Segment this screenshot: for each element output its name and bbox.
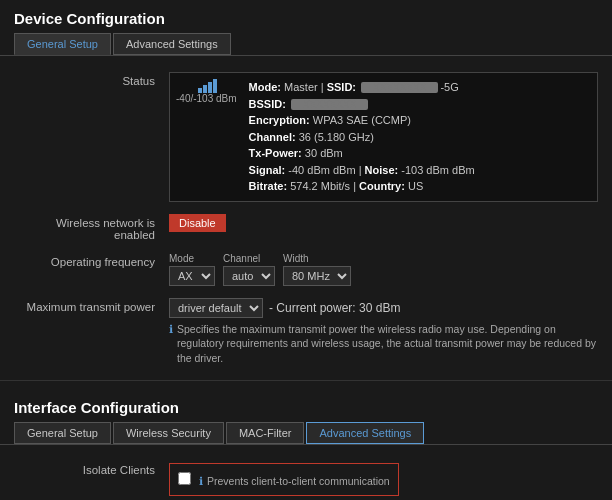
bitrate-country-row: Bitrate: 574.2 Mbit/s | Country: US [249, 180, 424, 192]
isolate-clients-control: ℹ Prevents client-to-client communicatio… [169, 461, 598, 498]
info-icon: ℹ [169, 322, 173, 337]
bssid-row: BSSID: XXXXXXXX [249, 98, 371, 110]
txpower-row: Tx-Power: 30 dBm [249, 147, 343, 159]
transmit-row: driver default 10 dBm 20 dBm 30 dBm - Cu… [169, 298, 598, 318]
status-info: Mode: Master | SSID: XXXXXXXX-5G BSSID: … [249, 79, 475, 195]
isolate-info-icon: ℹ [199, 474, 203, 489]
status-control: -40/-103 dBm Mode: Master | SSID: XXXXXX… [169, 72, 598, 202]
status-label: Status [14, 72, 169, 87]
isolate-row: ℹ Prevents client-to-client communicatio… [178, 470, 390, 489]
device-config-tabs: General Setup Advanced Settings [0, 33, 612, 56]
bssid-redacted: XXXXXXXX [291, 99, 368, 110]
status-row: Status -40/-103 dBm Mode: Master | SSID:… [0, 66, 612, 208]
tab-general-setup[interactable]: General Setup [14, 33, 111, 55]
ssid-redacted: XXXXXXXX [361, 82, 438, 93]
width-group: Width 80 MHz 40 MHz 20 MHz [283, 253, 351, 286]
tab-mac-filter[interactable]: MAC-Filter [226, 422, 305, 444]
current-power: - Current power: 30 dBm [269, 301, 400, 315]
wireless-label: Wireless network is enabled [14, 214, 169, 241]
freq-row: Mode AX AC N Channel auto 36 40 [169, 253, 598, 286]
channel-col-label: Channel [223, 253, 275, 264]
encryption-row: Encryption: WPA3 SAE (CCMP) [249, 114, 411, 126]
wireless-enabled-row: Wireless network is enabled Disable [0, 208, 612, 247]
interface-config-title: Interface Configuration [0, 389, 612, 422]
channel-row: Channel: 36 (5.180 GHz) [249, 131, 374, 143]
width-col-label: Width [283, 253, 351, 264]
max-transmit-control: driver default 10 dBm 20 dBm 30 dBm - Cu… [169, 298, 598, 366]
interface-tabs: General Setup Wireless Security MAC-Filt… [0, 422, 612, 445]
tab-general-setup-if[interactable]: General Setup [14, 422, 111, 444]
interface-config-section: Interface Configuration General Setup Wi… [0, 389, 612, 500]
tab-advanced-settings-if[interactable]: Advanced Settings [306, 422, 424, 444]
isolate-clients-row: Isolate Clients ℹ Prevents client-to-cli… [0, 455, 612, 500]
ssid-label: | SSID: XXXXXXXX-5G [321, 81, 459, 93]
max-transmit-label: Maximum transmit power [14, 298, 169, 313]
tab-wireless-security[interactable]: Wireless Security [113, 422, 224, 444]
isolate-checkbox[interactable] [178, 472, 191, 485]
transmit-hint: ℹ Specifies the maximum transmit power t… [169, 322, 598, 366]
isolate-hint-container: ℹ Prevents client-to-client communicatio… [199, 470, 390, 489]
mode-label: Mode: Master [249, 81, 318, 93]
transmit-select[interactable]: driver default 10 dBm 20 dBm 30 dBm [169, 298, 263, 318]
device-config-title: Device Configuration [0, 0, 612, 33]
disable-button[interactable]: Disable [169, 214, 226, 232]
signal-dbm: -40/-103 dBm [176, 93, 237, 104]
mode-group: Mode AX AC N [169, 253, 215, 286]
channel-select[interactable]: auto 36 40 [223, 266, 275, 286]
max-transmit-row: Maximum transmit power driver default 10… [0, 292, 612, 372]
mode-select[interactable]: AX AC N [169, 266, 215, 286]
section-divider [0, 380, 612, 381]
wireless-control: Disable [169, 214, 598, 232]
isolate-hint: ℹ Prevents client-to-client communicatio… [199, 474, 390, 489]
isolate-highlight-box: ℹ Prevents client-to-client communicatio… [169, 463, 399, 496]
width-select[interactable]: 80 MHz 40 MHz 20 MHz [283, 266, 351, 286]
signal-icon [198, 79, 217, 93]
isolate-clients-label: Isolate Clients [14, 461, 169, 476]
channel-group: Channel auto 36 40 [223, 253, 275, 286]
signal-noise-row: Signal: -40 dBm dBm | Noise: -103 dBm dB… [249, 164, 475, 176]
tab-advanced-settings[interactable]: Advanced Settings [113, 33, 231, 55]
operating-frequency-label: Operating frequency [14, 253, 169, 268]
mode-col-label: Mode [169, 253, 215, 264]
operating-frequency-row: Operating frequency Mode AX AC N Channel… [0, 247, 612, 292]
operating-frequency-control: Mode AX AC N Channel auto 36 40 [169, 253, 598, 286]
device-config-section: Device Configuration General Setup Advan… [0, 0, 612, 372]
status-box: -40/-103 dBm Mode: Master | SSID: XXXXXX… [169, 72, 598, 202]
